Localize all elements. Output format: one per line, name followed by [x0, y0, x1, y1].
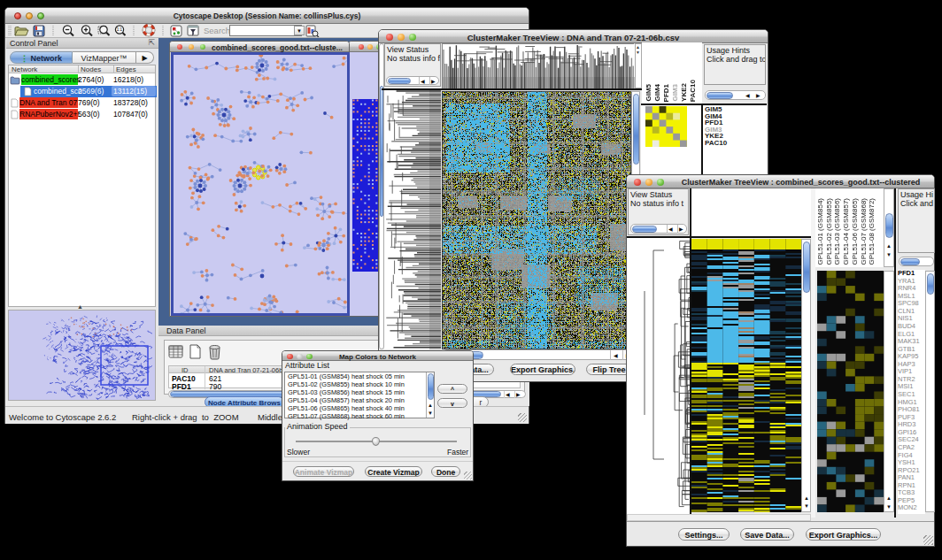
svg-text:1:1: 1:1	[117, 27, 123, 32]
svg-text:Search:: Search:	[204, 26, 233, 35]
